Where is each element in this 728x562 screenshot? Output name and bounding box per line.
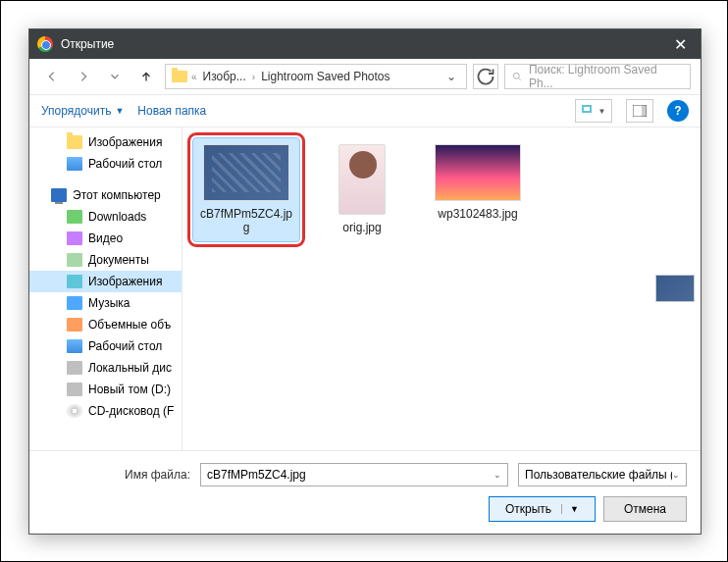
chevron-right-icon: › [252, 72, 255, 82]
tree-item[interactable]: Downloads [29, 206, 182, 228]
pc-icon [51, 188, 67, 202]
down-icon [67, 210, 82, 224]
tree-item[interactable]: Документы [29, 249, 182, 271]
tree-item[interactable]: Рабочий стол [29, 153, 182, 175]
open-dropdown[interactable]: ▼ [561, 504, 579, 514]
organize-button[interactable]: Упорядочить ▼ [41, 104, 124, 118]
tree-item[interactable]: Музыка [29, 292, 182, 314]
filename-input[interactable]: cB7fMPm5ZC4.jpg ⌄ [200, 463, 508, 486]
svg-rect-2 [584, 107, 590, 111]
preview-thumbnail [655, 275, 695, 302]
tree-item[interactable]: Этот компьютер [29, 184, 182, 206]
file-thumbnail [203, 144, 289, 201]
file-item[interactable]: orig.jpg [308, 137, 416, 241]
folder-icon [172, 71, 187, 82]
search-icon [511, 71, 523, 82]
tree-item[interactable]: Изображения [29, 131, 182, 153]
music-icon [67, 296, 82, 310]
new-folder-button[interactable]: Новая папка [137, 104, 206, 118]
help-button[interactable]: ? [667, 100, 689, 122]
back-button[interactable] [39, 64, 65, 89]
disk-icon [67, 361, 82, 375]
folder-icon [67, 135, 82, 149]
toolbar: Упорядочить ▼ Новая папка ▼ ? [29, 94, 701, 128]
titlebar: Открытие ✕ [29, 29, 701, 59]
preview-pane-button[interactable] [626, 99, 653, 123]
tree-item-label: Downloads [88, 210, 146, 224]
forward-button[interactable] [71, 64, 96, 89]
tree-item-label: Рабочий стол [88, 339, 162, 353]
tree-item-label: Документы [88, 253, 149, 267]
tree-item[interactable]: Объемные объ [29, 314, 182, 335]
cancel-button[interactable]: Отмена [603, 496, 687, 522]
tree-item[interactable]: Видео [29, 228, 182, 249]
tree-item[interactable]: Новый том (D:) [29, 379, 182, 400]
svg-point-0 [513, 73, 519, 78]
open-button[interactable]: Открыть ▼ [489, 496, 596, 522]
tree-item-label: CD-дисковод (F [88, 404, 174, 418]
search-placeholder: Поиск: Lightroom Saved Ph... [529, 63, 684, 90]
file-type-filter[interactable]: Пользовательские файлы (*.jp ⌄ [518, 463, 687, 486]
chevron-down-icon: ⌄ [672, 470, 680, 480]
breadcrumb-dropdown[interactable]: ⌄ [441, 70, 462, 83]
desktop-icon [67, 339, 82, 353]
nav-row: « Изобр... › Lightroom Saved Photos ⌄ По… [29, 59, 701, 94]
tree-item-label: Изображения [88, 275, 162, 288]
view-mode-button[interactable]: ▼ [575, 99, 612, 123]
chevron-down-icon[interactable]: ⌄ [494, 470, 501, 480]
tree-item-label: Новый том (D:) [88, 383, 171, 396]
img-icon [67, 275, 82, 288]
window-title: Открытие [61, 37, 668, 51]
tree-item-label: Рабочий стол [88, 157, 162, 171]
file-pane[interactable]: cB7fMPm5ZC4.jpgorig.jpgwp3102483.jpg [182, 128, 701, 450]
chrome-icon [37, 36, 53, 52]
breadcrumb-item[interactable]: Lightroom Saved Photos [257, 70, 393, 83]
svg-rect-4 [642, 105, 647, 117]
file-name: cB7fMPm5ZC4.jpg [197, 207, 295, 235]
file-open-dialog: Открытие ✕ « Изобр... › Lightroom Saved … [28, 28, 702, 535]
3d-icon [67, 318, 82, 332]
refresh-button[interactable] [473, 64, 498, 89]
search-input[interactable]: Поиск: Lightroom Saved Ph... [504, 64, 691, 89]
tree-item-label: Объемные объ [88, 318, 171, 332]
filename-label: Имя файла: [43, 468, 190, 482]
desktop-icon [67, 157, 82, 171]
sidebar: ИзображенияРабочий столЭтот компьютерDow… [29, 128, 182, 450]
file-name: wp3102483.jpg [438, 207, 517, 221]
cd-icon [67, 404, 82, 418]
file-thumbnail [338, 144, 386, 215]
tree-item[interactable]: Рабочий стол [29, 335, 182, 357]
tree-item[interactable]: Локальный дис [29, 357, 182, 379]
file-item[interactable]: wp3102483.jpg [424, 137, 532, 228]
video-icon [67, 231, 82, 245]
tree-item-label: Видео [88, 231, 123, 245]
breadcrumb[interactable]: « Изобр... › Lightroom Saved Photos ⌄ [165, 64, 467, 89]
footer: Имя файла: cB7fMPm5ZC4.jpg ⌄ Пользовател… [29, 450, 701, 534]
disk-icon [67, 383, 82, 396]
file-item[interactable]: cB7fMPm5ZC4.jpg [192, 137, 300, 242]
file-thumbnail [435, 144, 521, 201]
file-name: orig.jpg [342, 221, 381, 234]
doc-icon [67, 253, 82, 267]
tree-item-label: Этот компьютер [73, 188, 161, 202]
chevron-down-icon: ▼ [115, 106, 124, 116]
tree-item-label: Локальный дис [88, 361, 172, 375]
breadcrumb-item[interactable]: Изобр... [199, 70, 250, 83]
chevron-right-icon: « [191, 72, 197, 82]
close-button[interactable]: ✕ [668, 35, 693, 54]
tree-item[interactable]: CD-дисковод (F [29, 400, 182, 422]
tree-item[interactable]: Изображения [29, 271, 182, 292]
up-button[interactable] [133, 64, 159, 89]
tree-item-label: Изображения [88, 135, 162, 149]
recent-dropdown[interactable] [102, 64, 128, 89]
tree-item-label: Музыка [88, 296, 130, 310]
